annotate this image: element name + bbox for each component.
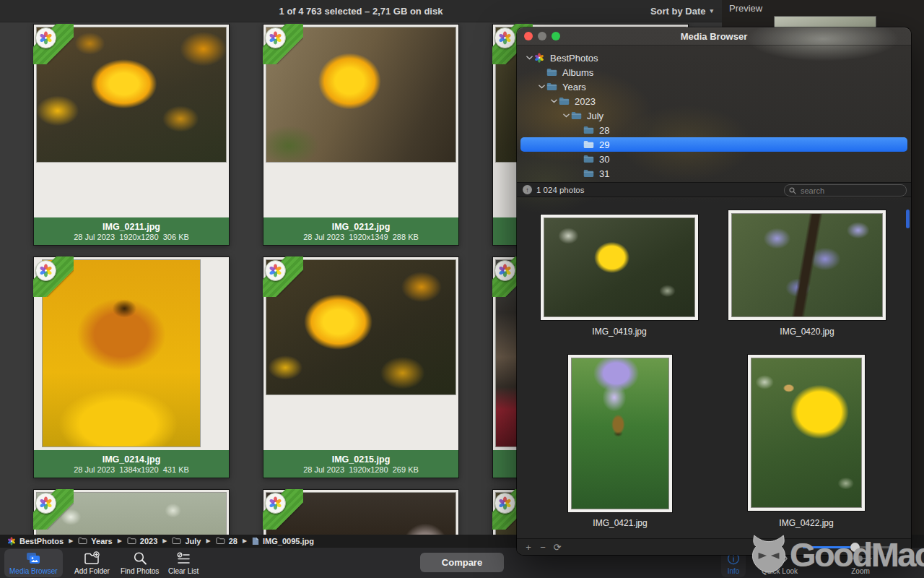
browser-photo[interactable] xyxy=(747,354,866,512)
zoom-window-button[interactable] xyxy=(552,32,560,40)
folder-icon xyxy=(78,537,87,545)
folder-icon xyxy=(571,111,583,121)
window-footer: + − ⟳ xyxy=(517,538,911,555)
breadcrumb-item-years[interactable]: Years xyxy=(78,537,112,545)
tree-item-30[interactable]: 30 xyxy=(517,152,911,166)
browser-photo-label: IMG_0422.jpg xyxy=(747,518,866,528)
photo-thumbnail[interactable] xyxy=(36,27,227,163)
media-browser-button[interactable]: Media Browser xyxy=(4,549,63,577)
breadcrumb-separator-icon: ▶ xyxy=(69,538,73,544)
photo-card[interactable]: IMG_0211.jpg 28 Jul 2023 1920x1280 306 K… xyxy=(33,24,230,246)
search-field[interactable] xyxy=(784,184,907,197)
find-photos-button[interactable]: Find Photos xyxy=(116,549,164,577)
folder-icon xyxy=(583,140,595,150)
top-status-bar: 1 of 4 763 selected – 2,71 GB on disk So… xyxy=(0,0,722,22)
photos-pinwheel-icon xyxy=(534,53,546,63)
photo-thumbnail[interactable] xyxy=(266,259,456,395)
breadcrumb-separator-icon: ▶ xyxy=(162,538,167,544)
browser-photo-label: IMG_0420.jpg xyxy=(728,327,886,337)
chevron-down-icon[interactable] xyxy=(549,99,559,103)
card-filename: IMG_0214.jpg xyxy=(103,454,161,465)
photo-card[interactable]: IMG_0215.jpg 28 Jul 2023 1920x1280 269 K… xyxy=(263,256,459,478)
window-titlebar[interactable]: Media Browser xyxy=(517,27,911,46)
tree-item-years[interactable]: Years xyxy=(517,79,911,94)
photo-count: 1 024 photos xyxy=(536,186,585,194)
window-title: Media Browser xyxy=(681,31,747,42)
folder-icon xyxy=(546,68,558,77)
breadcrumb-item-file[interactable]: IMG_0095.jpg xyxy=(252,537,314,545)
tree-item-31[interactable]: 31 xyxy=(517,166,911,181)
chevron-down-icon[interactable] xyxy=(524,56,534,60)
card-footer: IMG_0215.jpg 28 Jul 2023 1920x1280 269 K… xyxy=(263,450,458,478)
search-icon xyxy=(789,187,796,194)
search-input[interactable] xyxy=(799,186,889,196)
breadcrumb-separator-icon: ▶ xyxy=(118,538,122,544)
add-folder-button[interactable]: Add Folder xyxy=(69,549,115,577)
add-button[interactable]: + xyxy=(521,542,536,553)
status-bar: ↑ 1 024 photos xyxy=(517,182,911,197)
chevron-down-icon[interactable] xyxy=(561,113,571,118)
minimize-button[interactable] xyxy=(538,32,546,40)
sort-by-dropdown[interactable]: Sort by Date ▾ xyxy=(650,6,713,17)
card-meta: 28 Jul 2023 1920x1349 288 KB xyxy=(303,233,419,241)
tree-item-29-selected[interactable]: 29 xyxy=(520,137,907,152)
tree-item-bestphotos[interactable]: BestPhotos xyxy=(517,51,911,65)
scrollbar-thumb[interactable] xyxy=(906,210,910,228)
browser-photo-label: IMG_0421.jpg xyxy=(567,518,673,528)
photo-card[interactable]: IMG_0214.jpg 28 Jul 2023 1384x1920 431 K… xyxy=(33,256,230,478)
card-footer: IMG_0211.jpg 28 Jul 2023 1920x1280 306 K… xyxy=(34,217,229,245)
slider-knob[interactable] xyxy=(850,543,860,552)
card-filename: IMG_0212.jpg xyxy=(332,222,391,232)
slider-fill xyxy=(803,546,855,548)
breadcrumb-separator-icon: ▶ xyxy=(243,538,247,544)
media-browser-window: Media Browser BestPhotos Albums Years xyxy=(517,27,911,555)
card-meta: 28 Jul 2023 1920x1280 269 KB xyxy=(303,465,419,474)
close-button[interactable] xyxy=(524,32,533,40)
photo-card[interactable]: IMG_0212.jpg 28 Jul 2023 1920x1349 288 K… xyxy=(263,24,459,246)
photo-thumbnail[interactable] xyxy=(42,259,201,447)
compare-button[interactable]: Compare xyxy=(420,553,504,572)
remove-button[interactable]: − xyxy=(536,542,550,553)
browser-photo[interactable] xyxy=(540,214,699,321)
folder-icon xyxy=(546,82,558,92)
library-tree: BestPhotos Albums Years 2023 July xyxy=(517,51,911,181)
card-meta: 28 Jul 2023 1920x1280 306 KB xyxy=(74,233,189,241)
card-footer: IMG_0214.jpg 28 Jul 2023 1384x1920 431 K… xyxy=(34,450,229,478)
photos-pinwheel-icon xyxy=(7,537,16,545)
chevron-down-icon[interactable] xyxy=(536,85,546,89)
card-filename: IMG_0211.jpg xyxy=(103,222,160,232)
breadcrumb-item-july[interactable]: July xyxy=(172,537,201,545)
folder-icon xyxy=(216,537,225,545)
browser-photo-label: IMG_0419.jpg xyxy=(540,327,699,337)
browser-photo[interactable] xyxy=(567,354,673,513)
card-meta: 28 Jul 2023 1384x1920 431 KB xyxy=(74,465,189,474)
media-browser-icon xyxy=(25,551,42,566)
folder-icon xyxy=(583,155,595,164)
tree-item-2023[interactable]: 2023 xyxy=(517,94,911,108)
thumbnail-size-slider[interactable] xyxy=(803,546,892,548)
breadcrumb-item-2023[interactable]: 2023 xyxy=(127,537,157,545)
photo-thumbnail[interactable] xyxy=(266,27,456,163)
sort-by-label: Sort by Date xyxy=(650,6,706,17)
breadcrumb-item-28[interactable]: 28 xyxy=(216,537,237,545)
selection-summary: 1 of 4 763 selected – 2,71 GB on disk xyxy=(0,6,722,17)
folder-icon xyxy=(127,537,136,545)
tree-item-28[interactable]: 28 xyxy=(517,123,911,137)
file-icon xyxy=(252,537,259,545)
refresh-button[interactable]: ⟳ xyxy=(550,542,565,553)
card-footer: IMG_0212.jpg 28 Jul 2023 1920x1349 288 K… xyxy=(263,217,458,245)
breadcrumb-separator-icon: ▶ xyxy=(206,538,210,544)
folder-icon xyxy=(583,169,595,178)
tree-item-albums[interactable]: Albums xyxy=(517,65,911,79)
search-icon xyxy=(132,551,148,566)
clear-list-button[interactable]: Clear List xyxy=(163,549,204,577)
app-window: 1 of 4 763 selected – 2,71 GB on disk So… xyxy=(0,0,924,578)
folder-icon xyxy=(559,97,570,106)
clear-list-icon xyxy=(175,551,191,566)
browser-photo[interactable] xyxy=(728,210,886,321)
breadcrumb-item-bestphotos[interactable]: BestPhotos xyxy=(7,537,64,545)
up-arrow-icon: ↑ xyxy=(523,185,532,194)
folder-icon xyxy=(583,126,595,135)
add-folder-icon xyxy=(83,551,100,566)
tree-item-july[interactable]: July xyxy=(517,108,911,123)
